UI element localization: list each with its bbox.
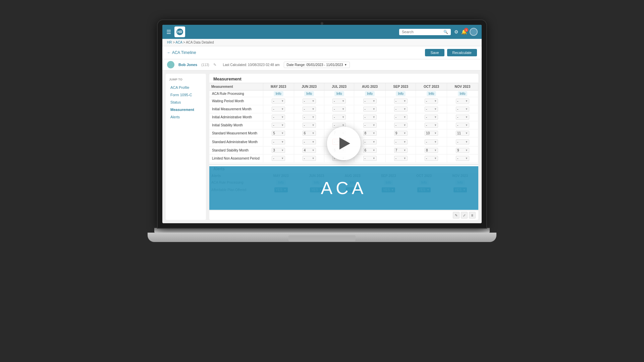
video-overlay: ACA [209,74,478,220]
user-avatar[interactable] [470,28,478,36]
settings-icon[interactable]: ⚙ [454,29,459,35]
video-play-container [327,127,361,160]
sidebar-item-status[interactable]: Status [169,99,203,106]
search-input[interactable] [402,30,442,34]
content-area: JUMP TO ACA Profile Form 1095-C Status M… [162,70,482,223]
user-avatar-small [167,61,174,68]
search-area: 🔍 [399,29,451,35]
sidebar-item-measurement[interactable]: Measurement [169,106,203,113]
laptop-screen-bezel: ☰ HR 🔍 [158,20,486,228]
page-actions: Save Recalculate [425,49,477,56]
app-wrapper: ☰ HR 🔍 [162,25,482,223]
back-button[interactable]: ← ACA Timeline [167,50,196,55]
breadcrumb-hr[interactable]: HR [167,41,172,44]
search-box[interactable]: 🔍 [399,29,451,35]
laptop-screen: ☰ HR 🔍 [162,25,482,223]
laptop-touchpad [288,235,356,241]
company-logo: HR [174,26,185,37]
laptop-camera [321,22,323,25]
aca-banner: ACA [209,166,478,210]
page-header: ← ACA Timeline Save Recalculate [162,46,482,59]
breadcrumb-current: ACA Data Detailed [186,41,214,44]
play-triangle-icon [339,137,350,149]
sidebar-item-aca-profile[interactable]: ACA Profile [169,84,203,91]
last-calculated: Last Calculated: 10/08/2023 02:48 am [223,63,280,67]
date-range-button[interactable]: Date Range: 05/01/2023 - 11/01/2023 ▼ [284,62,350,68]
user-edit-icon[interactable]: ✎ [213,63,216,67]
date-range-text: Date Range: 05/01/2023 - 11/01/2023 [287,63,343,67]
svg-text:HR: HR [177,30,182,34]
laptop-hinge [154,228,490,233]
aca-banner-text: ACA [321,178,367,198]
recalculate-button[interactable]: Recalculate [447,49,477,56]
user-name: Bob Jones [178,63,197,67]
breadcrumb: HR > ACA > ACA Data Detailed [162,39,482,46]
page-title-row: ← ACA Timeline [167,50,196,55]
breadcrumb-sep2: > [183,41,186,44]
save-button[interactable]: Save [425,49,444,56]
video-play-button[interactable] [327,127,361,160]
laptop-device: ☰ HR 🔍 [154,20,490,342]
date-range-chevron: ▼ [344,63,347,66]
notification-badge: 1 [464,28,468,32]
sidebar-item-form-1095c[interactable]: Form 1095-C [169,91,203,99]
jump-to-label: JUMP TO [169,78,203,81]
top-navigation: ☰ HR 🔍 [162,25,482,39]
sidebar: JUMP TO ACA Profile Form 1095-C Status M… [166,74,206,220]
notification-icon[interactable]: 🔔 1 [461,29,467,35]
page-background: ☰ HR 🔍 [0,0,644,362]
search-icon: 🔍 [443,30,448,34]
hamburger-menu-icon[interactable]: ☰ [166,29,171,35]
breadcrumb-aca[interactable]: ACA [175,41,182,44]
laptop-base [148,233,496,242]
nav-icons: ⚙ 🔔 1 [454,28,478,36]
user-info-bar: Bob Jones (113) ✎ Last Calculated: 10/08… [162,59,482,70]
sidebar-item-alerts[interactable]: Alerts [169,113,203,121]
user-id: (113) [201,63,209,67]
main-panel: Measurement Measurement MAY 2023 [209,74,478,220]
